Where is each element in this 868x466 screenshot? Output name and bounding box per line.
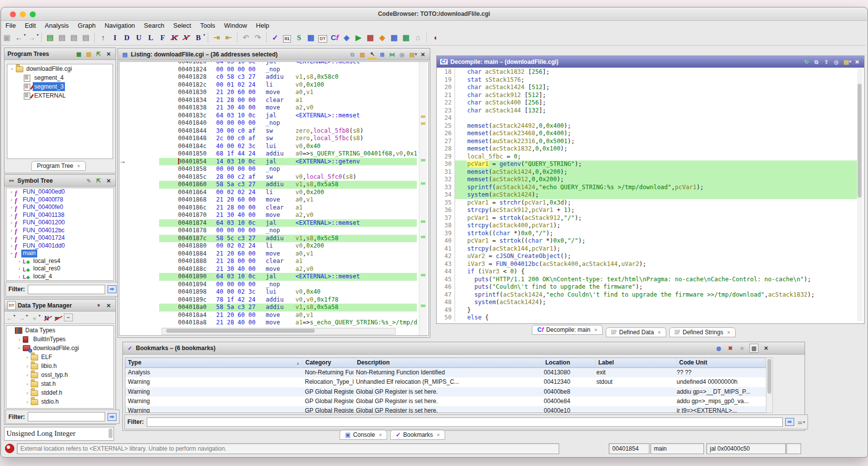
letter-d-icon[interactable]: D [121,32,132,43]
tree-item-stddef-h[interactable]: ›stddef.h [6,388,114,397]
listing-row-004018a4[interactable]: 004018a421 20 60 00movea0,v1 [119,311,417,319]
column-header-category[interactable]: Category [303,358,354,367]
bookmark-row-4[interactable]: WarningGP Global Register SetGlobal GP R… [125,406,766,413]
letter-i-icon[interactable]: I [110,32,120,43]
listing-row-004018a0[interactable]: 004018a058 5a c3 27addiuv1,s8,0x5a58 [119,304,417,311]
close-tab-icon[interactable]: × [437,432,440,438]
letter-u-icon[interactable]: U [133,32,144,43]
menu-navigation[interactable]: Navigation [100,20,139,31]
tree-item-stat-h[interactable]: ›stat.h [6,379,114,388]
web-icon[interactable]: ◍ [715,344,723,352]
expand-icon[interactable]: › [24,397,30,406]
listing-row-00401870[interactable]: 0040187021 30 40 00movea2,v0 [119,211,417,219]
expand-icon[interactable]: › [24,379,30,388]
listing-row-00401864[interactable]: 0040186400 02 02 24liv0,0x200 [119,189,417,197]
listing-row-00401880[interactable]: 0040188000 02 02 24liv0,0x200 [119,242,417,250]
tree-item-fun-004012bc[interactable]: ›fFUN_004012bc [6,227,114,235]
decompile-line-48[interactable]: 48 system(acStack1424); [437,299,857,307]
tree-item-fun-00400f78[interactable]: ›fFUN_00400f78 [6,196,114,204]
tree-item-local-res0[interactable]: ›L◆local_res0 [6,265,114,273]
expand-icon[interactable]: › [16,335,22,344]
close-tab-icon[interactable]: × [594,327,597,333]
dtm-filter-pointers-icon[interactable]: ☛ [53,313,61,324]
tree-item-downloadflile-cgi[interactable]: ›downloadFlile.cgi [6,344,114,353]
listing-row-00401890[interactable]: 0040189064 03 10 0cjal<EXTERNAL>::memset [119,273,417,281]
decompile-line-19[interactable]: 19 stat sStack1576; [437,76,857,84]
margin-mark[interactable] [421,159,425,161]
decompile-line-22[interactable]: 22 char acStack400 [256]; [437,99,857,107]
menu-search[interactable]: Search [139,20,169,31]
listing-row-00401848[interactable]: 004018482c 00 c0 afswzero,local_5fbc(s8) [119,135,417,143]
decompile-line-28[interactable]: 28 memset(acStack1832,0,0x100); [437,145,857,153]
column-header-type[interactable]: Type▲ [125,358,303,367]
close-tab-icon[interactable]: × [77,163,80,169]
expand-icon[interactable]: › [8,234,14,242]
copy-icon[interactable]: ⧉ [812,58,820,66]
snapshot-icon[interactable]: ◎ [832,58,840,66]
decompile-line-23[interactable]: 23 char acStack144 [132]; [437,107,857,115]
listing-row-0040188c[interactable]: 0040188c21 30 40 00movea2,v0 [119,265,417,273]
expand-icon[interactable]: › [24,362,30,370]
letter-l-icon[interactable]: L [145,32,156,43]
tree-item-external[interactable]: EXTERNAL [7,91,113,100]
cursor-location-icon[interactable]: ↖ [368,50,376,59]
listing-row-00401878[interactable]: 0040187800 00 00 00_nop [119,227,417,235]
decompile-line-21[interactable]: 21 char acStack912 [512]; [437,92,857,100]
listing-row-00401894[interactable]: 0040189400 00 00 00_nop [119,281,417,289]
undo-icon[interactable]: ↶ [240,32,251,43]
decompile-line-30[interactable]: 30 pcVar1 = getenv("QUERY_STRING"); [437,160,857,168]
expand-icon[interactable]: › [8,204,14,211]
edit-listing-fields-icon[interactable]: ⊞ [378,51,386,58]
listing-row-00401830[interactable]: 0040183021 20 60 00movea0,v1 [119,89,417,97]
menu-tools[interactable]: Tools [196,20,220,31]
tree-item-downloadflile-cgi[interactable]: ›downloadFlile.cgi [7,64,113,73]
tab-defined-strings[interactable]: 0101DATDefined Strings× [669,327,736,337]
tree-item-fun-00400ed0[interactable]: ›fFUN_00400ed0 [6,188,114,196]
tree-item-segment-3[interactable]: segment_3 [7,82,113,91]
delete-bookmark-icon[interactable]: ✖ [726,344,734,352]
bookmark-row-3[interactable]: WarningGP Global Register SetGlobal GP R… [125,397,766,406]
scrollbar-thumb[interactable] [767,359,771,394]
listing-row-00401834[interactable]: 0040183421 28 00 00cleara1 [119,97,417,104]
defined-data-icon[interactable]: ▦ [305,32,316,43]
decompile-line-32[interactable]: 32 memset(acStack912,0,0x200); [437,176,857,184]
table-export-icon[interactable]: ▦ [401,32,411,43]
decompile-line-33[interactable]: 33 sprintf(acStack1424,"echo QUERY_STRIN… [437,184,857,192]
listing-row-0040187c[interactable]: 0040187c58 5c c3 27addiuv1,s8,0x5c58 [119,235,417,243]
tree-item-stdio-h[interactable]: ›stdio.h [6,397,114,406]
decompile-line-41[interactable]: 41 strcpy(acStack144,pcVar1); [437,245,857,253]
decompiler-icon[interactable]: Cf [329,32,340,43]
decompile-line-27[interactable]: 27 memset(auStack22316,0,0x5001); [437,138,857,146]
vertical-scrollbar[interactable] [857,69,863,321]
dropdown-arrow-icon[interactable]: ▾ [37,33,39,37]
letter-v-struck-icon[interactable]: V [181,32,192,43]
listing-row-00401840[interactable]: 0040184000 00 00 00_nop [119,119,417,127]
decompile-line-37[interactable]: 37 pcVar1 = strtok(acStack912,"/"); [437,214,857,222]
tree-item-ossl-typ-h[interactable]: ›ossl_typ.h [6,370,114,379]
menu-select[interactable]: Select [169,20,196,31]
listing-row-00401874[interactable]: 0040187464 03 10 0cjal<EXTERNAL>::memset [119,219,417,227]
dtm-collapse-all-icon[interactable]: − [64,313,73,321]
symbol-filter-input[interactable] [28,285,105,294]
function-in-icon[interactable]: ⇥ [211,32,222,43]
close-panel-icon[interactable]: ✕ [762,344,770,352]
expand-icon[interactable]: › [16,258,22,265]
expand-icon[interactable]: › [8,196,14,204]
close-panel-icon[interactable]: ✕ [419,51,427,58]
close-panel-icon[interactable]: ✕ [105,177,113,185]
decompile-line-42[interactable]: 42 uVar2 = cJSON_CreateObject(); [437,253,857,260]
tree-item-fun-00400fe0[interactable]: ›fFUN_00400fe0 [6,204,114,211]
close-tab-icon[interactable]: × [658,330,661,335]
listing-row-0040184c[interactable]: 0040184c40 00 02 3cluiv0,0x40 [119,143,417,151]
tab-bookmarks[interactable]: ✓Bookmarks× [390,430,445,440]
expand-icon[interactable]: › [24,388,30,397]
letter-f-icon[interactable]: F [157,32,168,43]
filter-options-icon[interactable]: ⇨ [108,413,116,421]
diamond-icon[interactable]: ◆ [377,32,388,43]
bytes-view-icon[interactable]: 01 [282,32,292,43]
decompile-line-20[interactable]: 20 char acStack1424 [512]; [437,84,857,92]
scrollbar-thumb[interactable] [166,329,315,333]
dtm-conflict-icon[interactable]: ⁘ [30,313,39,324]
table-view-icon[interactable]: ▦ [389,32,400,43]
listing-row-00401838[interactable]: 0040183821 30 40 00movea2,v0 [119,104,417,112]
